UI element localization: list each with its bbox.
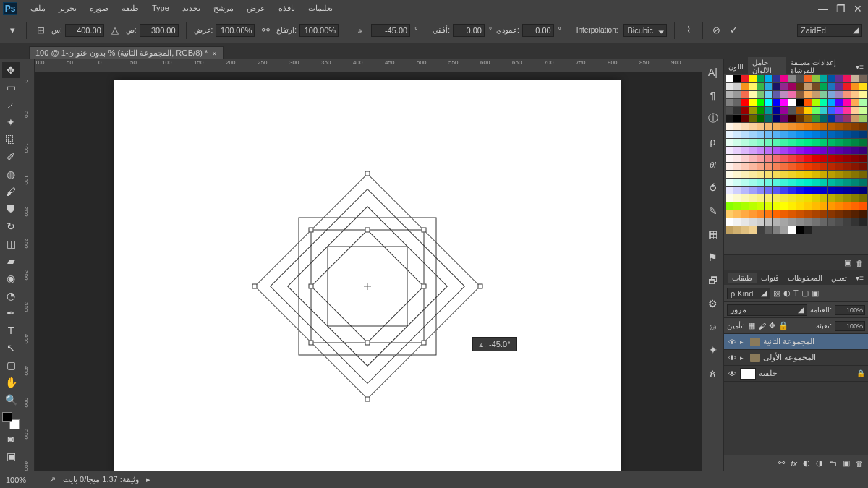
swatch[interactable] (765, 123, 772, 130)
workspace-select[interactable]: ZaidEd◢ (797, 24, 862, 37)
swatch[interactable] (757, 218, 765, 226)
delete-swatch-icon[interactable]: 🗑 (856, 259, 864, 267)
swatch[interactable] (851, 147, 859, 154)
history-brush-tool[interactable]: ↻ (2, 218, 20, 234)
swatch[interactable] (773, 147, 780, 154)
swatch[interactable] (828, 155, 835, 162)
swatch[interactable] (741, 210, 749, 218)
swatch[interactable] (812, 226, 820, 234)
document-tab[interactable]: بدون عنوان-1 @ 100 % (المجموعة الثانية, … (29, 46, 224, 59)
swatch[interactable] (851, 107, 859, 114)
swatch[interactable] (820, 210, 827, 218)
swatch[interactable] (773, 155, 780, 162)
measure-panel-icon[interactable]: ⚙ (706, 296, 720, 311)
swatch[interactable] (835, 99, 843, 106)
fill-input[interactable] (835, 321, 865, 331)
swatch[interactable] (851, 171, 859, 178)
move-tool[interactable]: ✥ (2, 62, 20, 78)
clone-panel-icon[interactable]: ⥀ (706, 181, 720, 195)
swatch[interactable] (812, 179, 820, 186)
swatch[interactable] (726, 139, 733, 146)
swatch[interactable] (749, 155, 757, 162)
menu-filter[interactable]: مرشح (208, 2, 239, 14)
swatch[interactable] (749, 139, 757, 146)
handle-se[interactable] (422, 341, 427, 346)
swatch[interactable] (835, 210, 843, 218)
swatch[interactable] (726, 218, 733, 226)
path-select-tool[interactable]: ↖ (2, 340, 20, 356)
swatch[interactable] (828, 75, 835, 82)
swatch[interactable] (812, 139, 820, 146)
swatch[interactable] (773, 179, 780, 186)
swatch[interactable] (733, 107, 741, 114)
swatch[interactable] (812, 210, 820, 218)
swatch[interactable] (851, 83, 859, 90)
swatch[interactable] (749, 202, 757, 210)
swatch[interactable] (733, 210, 741, 218)
swatch[interactable] (726, 123, 733, 130)
swatch[interactable] (843, 171, 851, 178)
swatch[interactable] (741, 91, 749, 98)
swatch[interactable] (812, 75, 820, 82)
color-swatch[interactable] (2, 412, 20, 429)
swatch[interactable] (780, 115, 788, 122)
swatch[interactable] (851, 123, 859, 130)
menu-type[interactable]: Type (146, 2, 175, 14)
swatch[interactable] (859, 99, 867, 106)
swatch[interactable] (804, 91, 812, 98)
stamp-tool[interactable]: ⛊ (2, 201, 20, 217)
swatch[interactable] (804, 139, 812, 146)
lock-trans-icon[interactable]: ▦ (748, 321, 755, 330)
swatch[interactable] (757, 91, 765, 98)
warp-icon[interactable]: ⌇ (682, 24, 695, 37)
swatch[interactable] (741, 115, 749, 122)
handle-rot-n[interactable] (365, 171, 370, 176)
swatch[interactable] (820, 123, 827, 130)
swatch[interactable] (733, 139, 741, 146)
eyedropper-tool[interactable]: ✐ (2, 149, 20, 165)
close-icon[interactable]: ✕ (851, 4, 865, 14)
y-input[interactable] (140, 24, 179, 37)
swatch[interactable] (733, 194, 741, 202)
swatch[interactable] (859, 226, 867, 234)
swatch[interactable] (828, 202, 835, 210)
swatch[interactable] (859, 147, 867, 154)
swatch[interactable] (726, 107, 733, 114)
swatch[interactable] (804, 131, 812, 138)
swatch[interactable] (780, 131, 788, 138)
move-tool-icon[interactable]: ▾ (6, 24, 19, 37)
swatch[interactable] (765, 163, 772, 170)
swatch[interactable] (796, 83, 804, 90)
swatch[interactable] (757, 163, 765, 170)
swatch[interactable] (851, 218, 859, 226)
swatch[interactable] (765, 91, 772, 98)
swatch[interactable] (859, 131, 867, 138)
opacity-input[interactable] (835, 305, 865, 315)
swatch[interactable] (843, 202, 851, 210)
interp-select[interactable]: Bicubic (623, 24, 667, 37)
swatch[interactable] (804, 163, 812, 170)
handle-n[interactable] (365, 228, 370, 233)
swatch[interactable] (828, 83, 835, 90)
swatch[interactable] (773, 171, 780, 178)
swatch[interactable] (828, 187, 835, 194)
swatch[interactable] (773, 99, 780, 106)
visibility-icon[interactable]: 👁 (727, 338, 737, 346)
filter-type-icon[interactable]: T (793, 288, 799, 298)
delta-icon[interactable]: △ (109, 24, 122, 37)
swatch[interactable] (812, 99, 820, 106)
crop-tool[interactable]: ⿻ (2, 132, 20, 147)
swatch[interactable] (773, 83, 780, 90)
swatch[interactable] (804, 107, 812, 114)
swatch[interactable] (820, 115, 827, 122)
swatch[interactable] (796, 75, 804, 82)
tab-color[interactable]: اللون (724, 61, 748, 72)
swatch[interactable] (773, 163, 780, 170)
swatch[interactable] (828, 99, 835, 106)
swatch[interactable] (733, 155, 741, 162)
swatch[interactable] (851, 226, 859, 234)
layers-menu-icon[interactable]: ▾≡ (851, 273, 868, 283)
filter-adjust-icon[interactable]: ◐ (783, 288, 791, 298)
menu-help[interactable]: تعليمات (302, 2, 339, 14)
pen-tool[interactable]: ✒ (2, 305, 20, 321)
